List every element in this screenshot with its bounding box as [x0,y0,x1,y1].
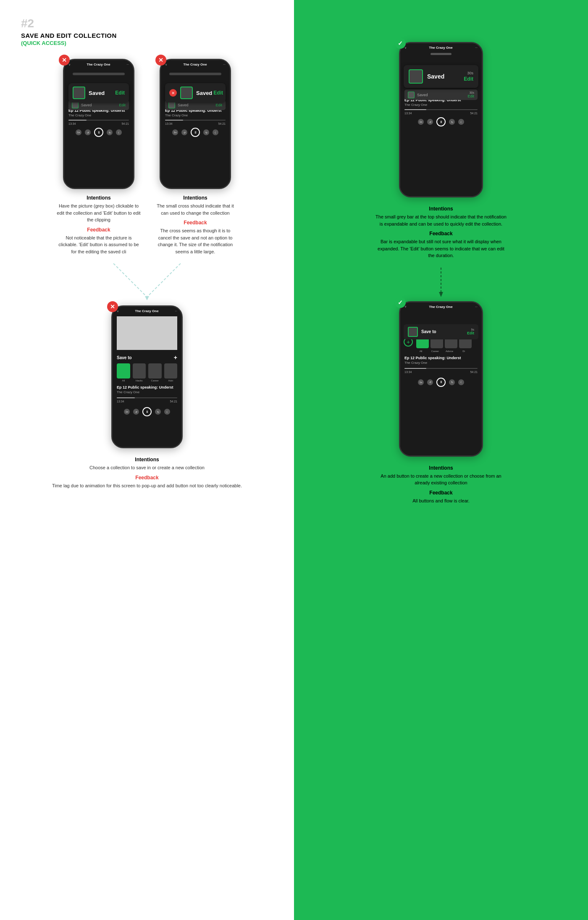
phone-3: ∨ The Crazy One ··· Save to + [111,305,183,448]
play-btn-3[interactable]: ⏸ [142,407,152,416]
right-notif-saved-1: Saved [427,73,464,80]
right-phone-1-content: Ep 12 Public speaking: Underst The Crazy… [400,98,482,196]
right-phone-2: ∨ The Crazy One ··· Save to 9s Edit [399,301,483,457]
notif-edit-2[interactable]: Edit [213,90,223,96]
phone-3-screen: ∨ The Crazy One ··· Save to + [113,307,181,447]
status-good-1: ✓ [395,38,406,49]
bottom-phone-row: ✕ ∨ The Crazy One ··· Save to + [21,305,273,448]
back-btn-3[interactable]: ↺ [133,409,139,415]
collection-career[interactable] [148,363,162,379]
progress-3[interactable] [117,397,177,398]
notif-thumb-2 [180,87,193,99]
text-section-2: Intentions The small cross should indica… [153,195,237,255]
right-save-to-notif[interactable]: Save to 9s Edit [404,324,478,339]
right-speed-1[interactable]: 1x [418,119,424,125]
controls-1: 1x ↺ ⏸ ↻ ☾ [68,128,129,137]
right-time-row-1: 13:34 54:21 [404,112,478,115]
fwd-btn-2[interactable]: ↻ [203,129,209,135]
back-btn-2[interactable]: ↺ [181,129,187,135]
feedback-label-2: Feedback [153,220,237,226]
right-phone-1-header: ∨ The Crazy One ··· [400,43,482,51]
notif-x-btn[interactable]: ✕ [169,89,177,97]
right-play-1[interactable]: ⏸ [436,117,446,126]
intentions-label-3: Intentions [21,457,273,463]
speed-btn-2[interactable]: 1x [172,129,178,135]
expand-bar-right-1[interactable] [430,53,452,55]
right-speed-2[interactable]: 1x [418,379,424,385]
right-phone-2-frame: ✓ ∨ The Crazy One ··· Save to 9s Edit [399,301,483,457]
save-to-right: 9s Edit [467,328,474,335]
collection-advi[interactable] [164,363,178,379]
play-btn-2[interactable]: ⏸ [191,128,200,137]
notif-saved-2: Saved [196,90,213,96]
right-back-1[interactable]: ↺ [427,119,433,125]
right-progress-fill-1 [404,109,426,110]
right-panel: ✓ ∨ The Crazy One ··· Saved 30 [294,0,588,920]
episode-section-3: Ep 12 Public speaking: Underst The Crazy… [113,382,181,397]
progress-2[interactable] [165,120,226,121]
right-text-2: Intentions An add button to create a new… [374,465,508,505]
right-play-2[interactable]: ⏸ [436,378,446,387]
section-number: #2 [21,17,273,30]
fwd-btn-1[interactable]: ↻ [107,129,113,135]
right-progress-1[interactable] [404,109,478,110]
right-feedback-label-2: Feedback [374,490,508,496]
right-small-notif-1[interactable]: Saved 30s Edit [404,89,478,100]
top-phone-row: ✕ ∨ The Crazy One ··· Saved [21,59,273,255]
svg-marker-2 [145,296,149,300]
right-progress-2[interactable] [404,368,478,369]
right-phone-2-header: ∨ The Crazy One ··· [400,302,482,310]
phone-2: ∨ The Crazy One ··· ✕ Saved Edit [160,59,231,189]
collection-all[interactable] [117,363,130,379]
svg-line-1 [147,263,181,297]
moon-btn-2[interactable]: ☾ [213,129,218,135]
right-progress-fill-2 [404,368,426,369]
right-back-2[interactable]: ↺ [427,379,433,385]
right-notif-1[interactable]: Saved 30s Edit [404,65,478,88]
notif-bar-2[interactable]: ✕ Saved Edit [165,83,226,103]
right-notif-edit-1[interactable]: Edit [464,76,473,82]
feedback-text-2: The cross seems as though it is to cance… [153,227,237,255]
expand-bar-1 [73,73,125,75]
play-btn-1[interactable]: ⏸ [94,128,103,137]
right-phone-2-screen: ∨ The Crazy One ··· Save to 9s Edit [400,302,482,455]
save-to-plus[interactable]: + [174,354,177,361]
speed-btn-3[interactable]: 1x [124,409,130,415]
progress-1[interactable] [68,120,129,121]
right-phone-1-frame: ✓ ∨ The Crazy One ··· Saved 30 [399,42,483,197]
phone-1: ∨ The Crazy One ··· Saved Edit [63,59,134,189]
progress-fill-3 [117,397,135,398]
back-btn-1[interactable]: ↺ [85,129,91,135]
right-fwd-2[interactable]: ↻ [449,379,455,385]
right-moon-2[interactable]: ☾ [458,379,464,385]
right-feedback-text-2: All buttons and flow is clear. [374,497,508,505]
right-phone-top-section: ✓ ∨ The Crazy One ··· Saved 30 [315,42,567,197]
notif-bar-1[interactable]: Saved Edit [68,83,129,103]
expand-bar-2 [169,73,221,75]
moon-btn-3[interactable]: ☾ [164,409,170,415]
intentions-label-1: Intentions [57,195,141,201]
arrows-left [21,263,273,301]
feedback-label-3: Feedback [21,475,273,481]
right-controls-1: 1x ↺ ⏸ ↻ ☾ [404,117,478,126]
save-to-notif-label: Save to [421,329,467,334]
phone-2-frame: ✕ ∨ The Crazy One ··· ✕ Saved [160,59,231,189]
right-fwd-1[interactable]: ↻ [449,119,455,125]
phone-2-screen: ∨ The Crazy One ··· ✕ Saved Edit [161,60,230,188]
fwd-btn-3[interactable]: ↻ [155,409,161,415]
right-phone-1-screen: ∨ The Crazy One ··· Saved 30s Edit [400,43,482,196]
notif-edit-1[interactable]: Edit [115,90,125,96]
phone-3-header: ∨ The Crazy One ··· [113,307,181,315]
phone-1-frame: ✕ ∨ The Crazy One ··· Saved [63,59,134,189]
save-to-thumb [408,327,418,337]
speed-btn-1[interactable]: 1x [76,129,81,135]
intentions-text-3: Choose a collection to save in or create… [21,464,273,471]
feedback-text-1: Not noticeable that the picture is click… [57,234,141,255]
moon-btn-1[interactable]: ☾ [116,129,122,135]
collection-hacks[interactable] [133,363,146,379]
small-notif-thumb-2 [168,102,175,108]
right-moon-1[interactable]: ☾ [458,119,464,125]
right-episode-2: Ep 12 Public speaking: Underst The Crazy… [400,352,482,368]
right-intentions-text-2: An add button to create a new collection… [374,473,508,486]
intentions-label-2: Intentions [153,195,237,201]
